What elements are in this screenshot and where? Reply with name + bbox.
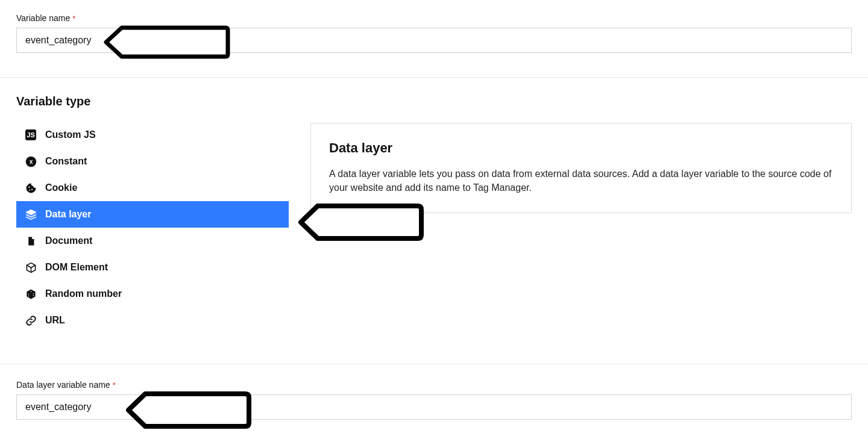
- type-item-document[interactable]: Document: [16, 228, 289, 254]
- variable-name-label-text: Variable name: [16, 13, 70, 23]
- cookie-icon: [25, 182, 37, 194]
- required-marker: *: [113, 381, 116, 389]
- variable-type-description: Data layer A data layer variable lets yo…: [310, 123, 852, 213]
- data-layer-variable-name-section: Data layer variable name *: [0, 364, 868, 437]
- variable-name-label: Variable name *: [16, 13, 852, 23]
- data-layer-variable-name-label-text: Data layer variable name: [16, 380, 110, 390]
- type-item-dom-element[interactable]: DOM Element: [16, 254, 289, 281]
- dice-icon: [25, 288, 37, 300]
- svg-point-3: [31, 188, 32, 190]
- svg-point-4: [29, 189, 30, 190]
- type-item-label: URL: [45, 315, 65, 326]
- type-item-url[interactable]: URL: [16, 307, 289, 334]
- layers-icon: [25, 208, 37, 220]
- link-icon: [25, 314, 37, 326]
- svg-point-2: [28, 186, 30, 187]
- svg-point-8: [33, 293, 34, 294]
- description-body: A data layer variable lets you pass on d…: [329, 167, 833, 194]
- type-item-label: Constant: [45, 156, 87, 167]
- description-title: Data layer: [329, 140, 833, 156]
- type-item-label: Random number: [45, 288, 122, 299]
- variable-type-area: JS Custom JS x Constant Cookie Data l: [16, 122, 852, 334]
- type-item-label: DOM Element: [45, 262, 108, 273]
- required-marker: *: [72, 14, 75, 22]
- type-item-random-number[interactable]: Random number: [16, 281, 289, 307]
- constant-icon: x: [25, 155, 37, 167]
- svg-point-6: [28, 293, 29, 294]
- type-item-data-layer[interactable]: Data layer: [16, 201, 289, 228]
- svg-text:x: x: [29, 158, 33, 164]
- variable-type-title: Variable type: [16, 95, 852, 108]
- cube-icon: [25, 261, 37, 273]
- svg-point-5: [30, 291, 31, 292]
- data-layer-variable-name-label: Data layer variable name *: [16, 380, 852, 390]
- type-item-custom-js[interactable]: JS Custom JS: [16, 122, 289, 148]
- variable-type-list: JS Custom JS x Constant Cookie Data l: [16, 122, 289, 334]
- type-item-cookie[interactable]: Cookie: [16, 175, 289, 201]
- js-icon: JS: [25, 129, 37, 141]
- svg-point-7: [28, 295, 29, 296]
- document-icon: [25, 235, 37, 247]
- variable-name-input[interactable]: [16, 28, 852, 53]
- type-item-constant[interactable]: x Constant: [16, 148, 289, 175]
- type-item-label: Custom JS: [45, 129, 96, 140]
- variable-name-section: Variable name *: [0, 0, 868, 77]
- svg-point-9: [33, 295, 34, 296]
- data-layer-variable-name-input[interactable]: [16, 394, 852, 420]
- type-item-label: Data layer: [45, 209, 92, 220]
- type-item-label: Cookie: [45, 182, 77, 193]
- type-item-label: Document: [45, 235, 92, 246]
- variable-type-section: Variable type JS Custom JS x Constant Co…: [0, 77, 868, 364]
